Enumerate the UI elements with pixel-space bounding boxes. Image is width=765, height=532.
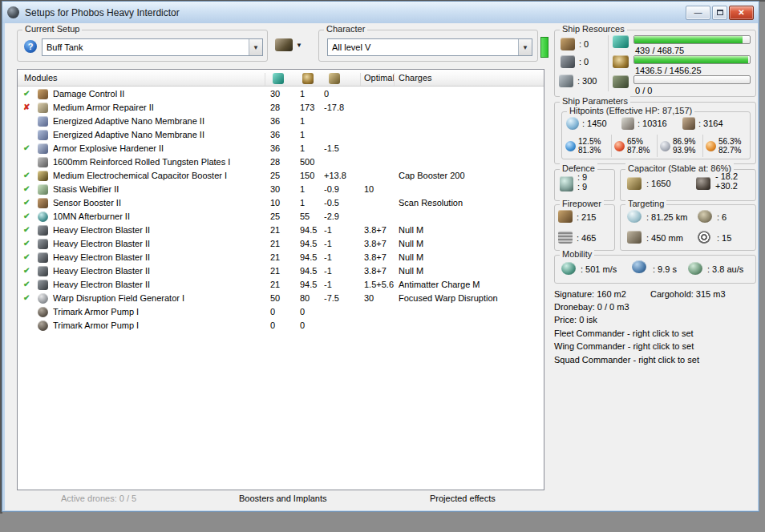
module-active-check-icon: ✔ [23, 225, 34, 234]
module-powergrid-value: 173 [300, 103, 314, 112]
modules-header[interactable]: Modules Optimal Charges [18, 70, 544, 87]
resist-top-value: 86.9% [673, 137, 695, 146]
module-name: Heavy Electron Blaster II [53, 225, 150, 235]
current-setup-label: Current Setup [22, 24, 82, 34]
wing-commander-setter[interactable]: Wing Commander - right click to set [554, 341, 694, 351]
titlebar[interactable]: Setups for Phobos Heavy Interdictor — ✕ [2, 2, 759, 23]
module-row[interactable]: ✔Damage Control II3010 [18, 87, 544, 101]
setup-actions-button[interactable]: ▼ [273, 37, 304, 53]
module-row[interactable]: ✔Medium Electrochemical Capacitor Booste… [18, 169, 544, 183]
module-cpu-value: 50 [270, 293, 280, 303]
module-row[interactable]: 1600mm Reinforced Rolled Tungsten Plates… [18, 155, 544, 169]
powergrid-column-icon [302, 73, 314, 84]
module-row[interactable]: ✔Warp Disruption Field Generator I5080-7… [18, 292, 544, 305]
module-name: Armor Explosive Hardener II [53, 143, 164, 153]
module-name: Trimark Armor Pump I [53, 307, 139, 316]
sensor-strength-icon [698, 231, 710, 244]
ship-icon [275, 38, 293, 51]
dps-value: : 465 [577, 233, 596, 243]
modules-list: Modules Optimal Charges ✔Damage Control … [17, 69, 544, 490]
resist-bottom-value: 87.8% [627, 146, 650, 155]
setup-combobox[interactable]: Buff Tank ▼ [42, 38, 263, 56]
module-cap-value: -7.5 [324, 293, 339, 303]
module-row[interactable]: ✘Medium Armor Repairer II28173-17.8 [18, 101, 544, 115]
module-active-check-icon: ✔ [23, 89, 34, 98]
current-setup-group: Current Setup ? Buff Tank ▼ [17, 30, 268, 62]
setup-value: Buff Tank [42, 42, 249, 52]
optimal-column-label: Optimal [364, 73, 395, 83]
shield-hp-icon [566, 117, 579, 130]
align-time-icon [632, 260, 646, 273]
module-active-check-icon: ✔ [23, 280, 34, 288]
module-powergrid-value: 94.5 [300, 239, 317, 248]
module-powergrid-value: 94.5 [300, 252, 317, 262]
module-cap-value: -1 [324, 280, 332, 289]
module-powergrid-value: 0 [300, 320, 305, 330]
module-row[interactable]: ✔Heavy Electron Blaster II2194.5-13.8+7N… [18, 237, 544, 251]
module-optimal-value: 1.5+5.6 [364, 280, 394, 289]
module-cpu-value: 36 [270, 130, 280, 139]
boosters-implants-expander[interactable]: Boosters and Implants [239, 494, 326, 503]
align-time-value: : 9.9 s [653, 264, 677, 274]
range-radar-icon [627, 210, 642, 223]
module-cap-value: -17.8 [324, 103, 344, 112]
module-row[interactable]: ✔Heavy Electron Blaster II2194.5-13.8+7N… [18, 224, 544, 237]
warp-speed-value: : 3.8 au/s [707, 264, 743, 274]
module-active-check-icon: ✔ [23, 171, 34, 179]
cpu-usage-value: 439 / 468.75 [635, 46, 684, 55]
explosive-resist-cell: 56.3%82.7% [702, 135, 748, 157]
minimize-button[interactable]: — [686, 6, 710, 20]
fleet-commander-setter[interactable]: Fleet Commander - right click to set [554, 328, 694, 338]
module-row[interactable]: ✔Sensor Booster II101-0.5Scan Resolution [18, 196, 544, 210]
module-cpu-value: 21 [270, 252, 280, 262]
capacitor-amount: : 1650 [646, 179, 671, 188]
module-cap-value: -0.9 [324, 184, 339, 194]
module-row[interactable]: Trimark Armor Pump I00 [18, 305, 544, 319]
module-row[interactable]: ✔Armor Explosive Hardener II361-1.5 [18, 142, 544, 155]
kinetic-resist-cell: 86.9%93.9% [657, 135, 702, 157]
module-cpu-value: 30 [270, 89, 280, 99]
module-row[interactable]: Energized Adaptive Nano Membrane II361 [18, 128, 544, 142]
module-name: Heavy Electron Blaster II [53, 266, 150, 276]
targeting-label: Targeting [625, 199, 666, 208]
warp-disruption-generator-icon [38, 293, 48, 304]
firepower-label: Firepower [560, 199, 604, 208]
squad-commander-setter[interactable]: Squad Commander - right click to set [554, 355, 699, 365]
column-divider [265, 73, 265, 86]
character-skill-bar [540, 37, 548, 58]
capacitor-column-icon [329, 73, 340, 84]
module-name: Heavy Electron Blaster II [53, 252, 150, 262]
blaster-icon [38, 239, 48, 249]
help-icon[interactable]: ? [24, 40, 37, 53]
module-row[interactable]: ✔Heavy Electron Blaster II2194.5-13.8+7N… [18, 264, 544, 278]
module-row[interactable]: ✔Heavy Electron Blaster II2194.5-13.8+7N… [18, 251, 544, 264]
close-button[interactable]: ✕ [729, 6, 754, 20]
module-cpu-value: 21 [270, 280, 280, 289]
nano-membrane-icon [38, 130, 48, 140]
resist-bottom-value: 93.9% [673, 146, 695, 155]
module-row[interactable]: Energized Adaptive Nano Membrane II361 [18, 115, 544, 128]
module-powergrid-value: 1 [300, 89, 305, 99]
module-row[interactable]: ✔Heavy Electron Blaster II2194.5-11.5+5.… [18, 278, 544, 292]
module-row[interactable]: ✔10MN Afterburner II2555-2.9 [18, 210, 544, 224]
volley-value: : 215 [577, 212, 596, 222]
projected-effects-expander[interactable]: Projected effects [430, 494, 496, 503]
defence-group: Defence : 9 : 9 [554, 169, 615, 201]
column-divider [360, 73, 361, 86]
blaster-icon [38, 266, 48, 276]
module-optimal-value: 3.8+7 [364, 239, 387, 248]
defence-value-1: : 9 [577, 172, 587, 182]
maximize-button[interactable] [712, 6, 727, 20]
character-combobox[interactable]: All level V ▼ [327, 38, 532, 56]
chevron-down-icon[interactable]: ▼ [296, 42, 302, 49]
module-row[interactable]: ✔Stasis Webifier II301-0.910 [18, 183, 544, 196]
module-cap-value: -1 [324, 239, 332, 248]
chevron-down-icon[interactable]: ▼ [518, 39, 532, 55]
chevron-down-icon[interactable]: ▼ [249, 39, 262, 55]
module-row[interactable]: Trimark Armor Pump I00 [18, 319, 544, 332]
module-name: Medium Armor Repairer II [53, 103, 154, 112]
resist-bottom-value: 81.3% [578, 146, 601, 155]
blaster-icon [38, 252, 48, 263]
module-powergrid-value: 94.5 [300, 225, 317, 235]
powergrid-bar [633, 55, 751, 64]
